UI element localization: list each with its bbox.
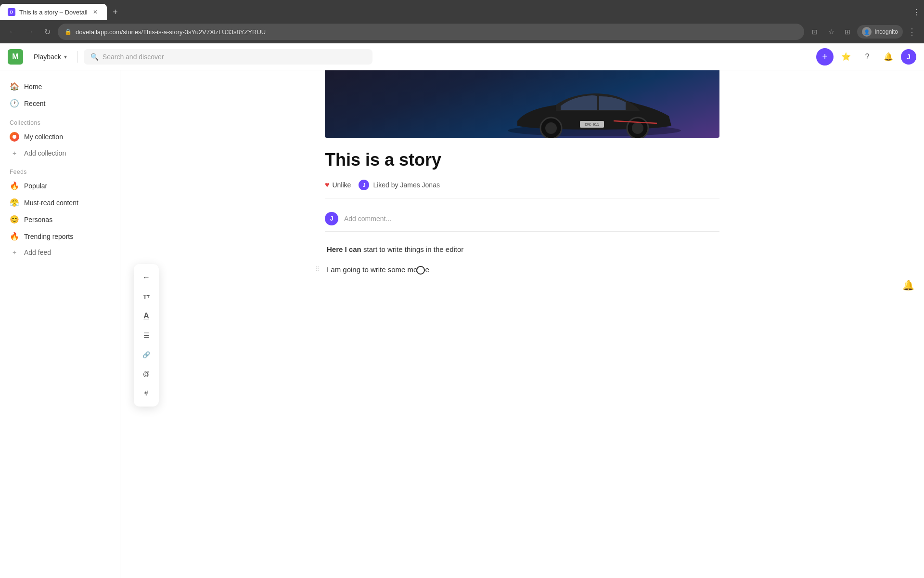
- inline-bell-button[interactable]: 🔔: [902, 279, 914, 291]
- paragraph1-rest: start to write things in the editor: [361, 245, 464, 253]
- cast-icon[interactable]: ⊡: [808, 25, 821, 39]
- link-button[interactable]: 🔗: [138, 346, 155, 363]
- must-read-label: Must-read content: [24, 199, 78, 207]
- sidebar-item-popular[interactable]: 🔥 Popular: [0, 177, 120, 194]
- liked-by-avatar: J: [359, 180, 369, 190]
- tab-favicon: D: [8, 8, 15, 16]
- story-paragraph-2[interactable]: ⠿ I am going to write some moe: [325, 263, 719, 276]
- must-read-icon: 😤: [10, 198, 19, 207]
- search-placeholder: Search and discover: [103, 53, 164, 61]
- story-body: This is a story ♥ Unlike J Liked by Jame…: [325, 138, 719, 302]
- liked-by-text: Liked by James Jonas: [373, 181, 440, 189]
- story-actions: ♥ Unlike J Liked by James Jonas: [325, 180, 719, 198]
- forward-nav-button[interactable]: →: [23, 25, 37, 39]
- ai-button[interactable]: ⭐: [837, 48, 855, 66]
- search-bar[interactable]: 🔍 Search and discover: [84, 49, 372, 65]
- incognito-avatar: 👤: [862, 27, 872, 37]
- main-content: CVC-911 This is a story ♥ Unlike J Liked…: [120, 70, 924, 578]
- header-actions: + ⭐ ? 🔔 J: [816, 48, 916, 66]
- hashtag-button[interactable]: #: [138, 384, 155, 402]
- svg-point-4: [632, 122, 643, 134]
- recent-icon: 🕐: [10, 99, 19, 108]
- unlike-label: Unlike: [333, 181, 351, 189]
- workspace-label: Playback: [34, 53, 61, 61]
- story-content: Here I can start to write things in the …: [325, 243, 719, 276]
- add-collection-button[interactable]: + Add collection: [0, 145, 120, 161]
- mention-button[interactable]: @: [138, 365, 155, 382]
- paragraph2-end: e: [425, 265, 429, 274]
- user-avatar[interactable]: J: [901, 49, 916, 65]
- trending-icon: 🔥: [10, 232, 19, 241]
- header-divider: [77, 51, 78, 63]
- incognito-button[interactable]: 👤 Incognito: [857, 25, 903, 39]
- trending-label: Trending reports: [24, 233, 73, 240]
- chevron-down-icon: ▾: [64, 53, 67, 60]
- paragraph2-text: I am going to write some mo: [327, 265, 417, 274]
- heart-icon: ♥: [325, 181, 330, 189]
- url-text: dovetailapp.com/stories/This-is-a-story-…: [76, 28, 797, 36]
- add-button[interactable]: +: [816, 48, 834, 66]
- story-hero-image: CVC-911: [325, 70, 719, 138]
- feeds-section-label: Feeds: [0, 161, 120, 177]
- reload-button[interactable]: ↻: [40, 25, 54, 39]
- sidebar-item-recent[interactable]: 🕐 Recent: [0, 95, 120, 112]
- tab-menu-button[interactable]: ⋮: [909, 6, 924, 19]
- personas-label: Personas: [24, 216, 52, 223]
- add-collection-icon: +: [10, 149, 19, 157]
- chrome-menu-button[interactable]: ⋮: [906, 25, 918, 39]
- incognito-label: Incognito: [874, 28, 898, 35]
- sidebar-recent-label: Recent: [24, 100, 45, 107]
- add-collection-label: Add collection: [24, 149, 66, 157]
- story-title: This is a story: [325, 149, 719, 170]
- liked-by-section: J Liked by James Jonas: [359, 180, 440, 190]
- bookmark-icon[interactable]: ☆: [824, 25, 838, 39]
- new-tab-button[interactable]: +: [109, 5, 122, 19]
- sidebar-home-label: Home: [24, 83, 42, 91]
- paragraph1-bold: Here I can: [327, 245, 361, 253]
- add-feed-label: Add feed: [24, 249, 51, 256]
- unlike-button[interactable]: ♥ Unlike: [325, 181, 351, 189]
- sidebar-item-trending[interactable]: 🔥 Trending reports: [0, 228, 120, 245]
- help-button[interactable]: ?: [859, 48, 876, 66]
- lock-icon: 🔒: [64, 28, 72, 35]
- collections-section-label: Collections: [0, 112, 120, 128]
- search-icon: 🔍: [90, 53, 99, 61]
- commenter-avatar: J: [325, 212, 338, 225]
- cursor-indicator: [416, 266, 425, 275]
- add-feed-button[interactable]: + Add feed: [0, 245, 120, 260]
- personas-icon: 😊: [10, 215, 19, 224]
- app-header: M Playback ▾ 🔍 Search and discover + ⭐ ?…: [0, 43, 924, 70]
- popular-label: Popular: [24, 182, 47, 190]
- add-feed-icon: +: [10, 249, 19, 256]
- list-button[interactable]: ☰: [138, 327, 155, 344]
- home-icon: 🏠: [10, 82, 19, 91]
- story-paragraph-1: Here I can start to write things in the …: [325, 243, 719, 256]
- workspace-selector[interactable]: Playback ▾: [29, 50, 72, 64]
- sidebar-item-home[interactable]: 🏠 Home: [0, 78, 120, 95]
- svg-text:CVC-911: CVC-911: [585, 123, 599, 127]
- sidebar: 🏠 Home 🕐 Recent Collections My collectio…: [0, 70, 120, 578]
- comment-area: J Add comment...: [325, 206, 719, 232]
- tab-close-button[interactable]: ✕: [91, 8, 99, 16]
- notifications-button[interactable]: 🔔: [880, 48, 897, 66]
- sidebar-item-must-read[interactable]: 😤 Must-read content: [0, 194, 120, 211]
- back-nav-button[interactable]: ←: [6, 25, 19, 39]
- address-bar[interactable]: 🔒 dovetailapp.com/stories/This-is-a-stor…: [58, 24, 804, 40]
- extension-icon[interactable]: ⊞: [841, 25, 854, 39]
- sidebar-item-my-collection[interactable]: My collection: [0, 128, 120, 145]
- editor-toolbar: ← TT A ☰ 🔗 @ #: [134, 264, 159, 407]
- tab-title: This is a story – Dovetail: [19, 9, 88, 16]
- active-tab[interactable]: D This is a story – Dovetail ✕: [0, 4, 107, 20]
- text-size-button[interactable]: TT: [138, 288, 155, 305]
- svg-point-2: [545, 122, 557, 134]
- back-button[interactable]: ←: [138, 269, 155, 286]
- popular-icon: 🔥: [10, 181, 19, 190]
- collection-icon: [10, 132, 19, 142]
- my-collection-label: My collection: [24, 133, 63, 141]
- drag-handle-icon[interactable]: ⠿: [315, 264, 320, 274]
- workspace-avatar[interactable]: M: [8, 49, 23, 65]
- comment-input[interactable]: Add comment...: [344, 215, 719, 223]
- text-style-button[interactable]: A: [138, 307, 155, 325]
- sidebar-item-personas[interactable]: 😊 Personas: [0, 211, 120, 228]
